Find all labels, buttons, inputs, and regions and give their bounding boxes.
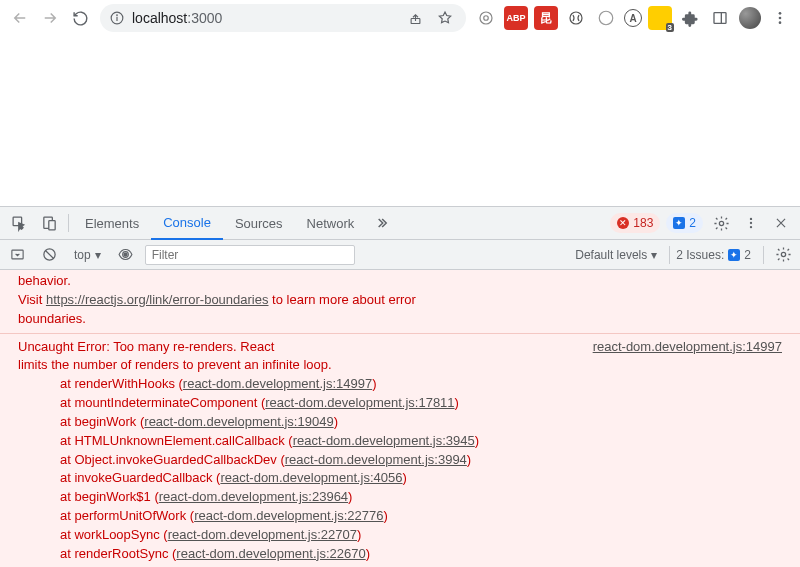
console-output[interactable]: behavior. Visit https://reactjs.org/link… bbox=[0, 270, 800, 567]
devtools-panel: Elements Console Sources Network ✕183 ✦2… bbox=[0, 206, 800, 567]
source-link[interactable]: react-dom.development.js:22776 bbox=[194, 508, 383, 523]
site-info-icon[interactable] bbox=[110, 11, 124, 25]
stack-frame: at Object.invokeGuardedCallbackDev (reac… bbox=[0, 451, 800, 470]
source-link[interactable]: react-dom.development.js:3945 bbox=[293, 433, 475, 448]
extension-icon[interactable] bbox=[474, 6, 498, 30]
source-link[interactable]: react-dom.development.js:17811 bbox=[265, 395, 454, 410]
stack-frame: at workLoopSync (react-dom.development.j… bbox=[0, 526, 800, 545]
console-sidebar-toggle[interactable] bbox=[4, 242, 30, 268]
filter-input[interactable] bbox=[145, 245, 355, 265]
info-count-badge[interactable]: ✦2 bbox=[666, 213, 703, 233]
share-icon[interactable] bbox=[404, 7, 426, 29]
svg-point-18 bbox=[750, 222, 752, 224]
source-link[interactable]: react-dom.development.js:19049 bbox=[144, 414, 333, 429]
address-bar[interactable]: localhost:3000 bbox=[100, 4, 466, 32]
console-settings-icon[interactable] bbox=[770, 242, 796, 268]
forward-button[interactable] bbox=[36, 4, 64, 32]
source-link[interactable]: react-dom.development.js:14997 bbox=[593, 338, 792, 357]
extension-icon[interactable]: ABP bbox=[504, 6, 528, 30]
svg-point-11 bbox=[779, 17, 782, 20]
device-toggle-icon[interactable] bbox=[34, 208, 64, 238]
source-link[interactable]: react-dom.development.js:22707 bbox=[168, 527, 357, 542]
tab-console[interactable]: Console bbox=[151, 207, 223, 240]
log-line: react-dom.development.js:14997 Uncaught … bbox=[0, 338, 800, 357]
extension-icon[interactable]: 昆 bbox=[534, 6, 558, 30]
svg-point-23 bbox=[781, 252, 785, 256]
svg-point-19 bbox=[750, 226, 752, 228]
source-link[interactable]: react-dom.development.js:14997 bbox=[183, 376, 372, 391]
sidepanel-button[interactable] bbox=[706, 4, 734, 32]
extension-icon[interactable] bbox=[564, 6, 588, 30]
extension-icon[interactable]: A bbox=[624, 9, 642, 27]
back-button[interactable] bbox=[6, 4, 34, 32]
log-line: Visit https://reactjs.org/link/error-bou… bbox=[0, 291, 800, 310]
svg-point-6 bbox=[570, 12, 582, 24]
svg-point-5 bbox=[484, 16, 489, 21]
stack-frame: at HTMLUnknownElement.callCallback (reac… bbox=[0, 432, 800, 451]
svg-point-22 bbox=[124, 252, 128, 256]
svg-point-12 bbox=[779, 21, 782, 24]
link[interactable]: https://reactjs.org/link/error-boundarie… bbox=[46, 292, 269, 307]
stack-frame: at performUnitOfWork (react-dom.developm… bbox=[0, 507, 800, 526]
extension-icon[interactable]: 3 bbox=[648, 6, 672, 30]
issues-link[interactable]: 2 Issues:✦2 bbox=[676, 248, 751, 262]
error-block: react-dom.development.js:14997 Uncaught … bbox=[0, 333, 800, 564]
stack-frame: at renderRootSync (react-dom.development… bbox=[0, 545, 800, 564]
levels-selector[interactable]: Default levels▾ bbox=[569, 244, 663, 266]
svg-point-10 bbox=[779, 12, 782, 15]
svg-point-2 bbox=[117, 15, 118, 16]
menu-button[interactable] bbox=[766, 4, 794, 32]
more-tabs-icon[interactable] bbox=[366, 208, 396, 238]
stack-frame: at beginWork (react-dom.development.js:1… bbox=[0, 413, 800, 432]
more-icon[interactable] bbox=[736, 208, 766, 238]
source-link[interactable]: react-dom.development.js:3994 bbox=[285, 452, 467, 467]
console-filter-bar: top▾ Default levels▾ 2 Issues:✦2 bbox=[0, 240, 800, 270]
bookmark-icon[interactable] bbox=[434, 7, 456, 29]
clear-console-icon[interactable] bbox=[36, 242, 62, 268]
stack-frame: at invokeGuardedCallback (react-dom.deve… bbox=[0, 469, 800, 488]
close-devtools-icon[interactable] bbox=[766, 208, 796, 238]
source-link[interactable]: react-dom.development.js:4056 bbox=[220, 470, 402, 485]
svg-point-7 bbox=[599, 11, 613, 25]
extension-icon[interactable] bbox=[594, 6, 618, 30]
svg-rect-8 bbox=[714, 13, 726, 24]
log-line: boundaries. bbox=[0, 310, 800, 329]
error-count-badge[interactable]: ✕183 bbox=[610, 213, 660, 233]
stack-frame: at mountIndeterminateComponent (react-do… bbox=[0, 394, 800, 413]
extensions-button[interactable] bbox=[676, 4, 704, 32]
source-link[interactable]: react-dom.development.js:23964 bbox=[159, 489, 348, 504]
live-expression-icon[interactable] bbox=[113, 242, 139, 268]
page-content bbox=[0, 36, 800, 206]
source-link[interactable]: react-dom.development.js:22670 bbox=[176, 546, 365, 561]
svg-point-4 bbox=[480, 12, 492, 24]
reload-button[interactable] bbox=[66, 4, 94, 32]
tab-sources[interactable]: Sources bbox=[223, 207, 295, 240]
browser-toolbar: localhost:3000 ABP 昆 A 3 bbox=[0, 0, 800, 36]
url-text: localhost:3000 bbox=[132, 10, 222, 26]
context-selector[interactable]: top▾ bbox=[68, 244, 107, 266]
inspect-icon[interactable] bbox=[4, 208, 34, 238]
devtools-tabs: Elements Console Sources Network ✕183 ✦2 bbox=[0, 207, 800, 240]
stack-frame: at renderWithHooks (react-dom.developmen… bbox=[0, 375, 800, 394]
svg-rect-15 bbox=[48, 220, 54, 229]
svg-point-17 bbox=[750, 218, 752, 220]
log-line: behavior. bbox=[0, 272, 800, 291]
stack-frame: at beginWork$1 (react-dom.development.js… bbox=[0, 488, 800, 507]
tab-elements[interactable]: Elements bbox=[73, 207, 151, 240]
tab-network[interactable]: Network bbox=[295, 207, 367, 240]
log-line: limits the number of renders to prevent … bbox=[0, 356, 800, 375]
settings-icon[interactable] bbox=[706, 208, 736, 238]
profile-avatar[interactable] bbox=[736, 4, 764, 32]
svg-point-16 bbox=[719, 221, 723, 225]
